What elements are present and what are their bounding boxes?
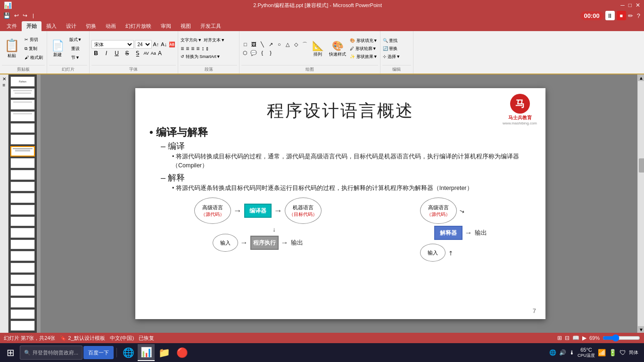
arrange-btn[interactable]: 📐 排列: [310, 39, 326, 59]
slide-thumb-17[interactable]: 17: [10, 263, 35, 273]
shape-arrow-btn[interactable]: ↗: [267, 41, 274, 48]
slide-thumb-16[interactable]: 16: [10, 251, 35, 261]
new-slide-btn[interactable]: 📄 新建: [49, 38, 66, 59]
close-btn[interactable]: ✕: [636, 2, 640, 8]
slide-thumb-20[interactable]: 20: [10, 297, 35, 308]
taskbar-ppt-btn[interactable]: 📊: [138, 344, 155, 361]
panel-nav-btn[interactable]: ≡: [3, 82, 6, 88]
select-btn[interactable]: ⊹ 选择▼: [382, 53, 411, 60]
convert-smartart-btn[interactable]: ↺ 转换为 SmartArt▼: [180, 53, 221, 60]
slide-thumb-8[interactable]: 8: [10, 158, 35, 168]
slideshow-view-btn[interactable]: ▶: [582, 335, 586, 341]
slide-thumb-11[interactable]: 11: [10, 193, 35, 203]
taskbar-app-btn[interactable]: 🔴: [173, 344, 190, 361]
reset-btn[interactable]: 重设: [67, 45, 84, 53]
slide-thumb-19[interactable]: 19: [10, 286, 35, 296]
columns-btn[interactable]: ⫾: [206, 45, 209, 52]
shape-line-btn[interactable]: ╲: [258, 41, 266, 48]
tab-file[interactable]: 文件: [2, 21, 22, 31]
font-color-btn[interactable]: A: [157, 49, 162, 57]
font-size-select[interactable]: 24: [135, 40, 152, 49]
close-panel-btn[interactable]: ✕: [2, 76, 6, 82]
shape-callout-btn[interactable]: 💬: [250, 49, 257, 57]
main-bullet[interactable]: • 编译与解释: [149, 125, 531, 140]
slide-main[interactable]: 马 马士兵教育 www.mashibing.com 程序设计语言概述 • 编译与…: [135, 88, 545, 319]
timer-pause-btn[interactable]: ⏸: [605, 11, 615, 20]
find-btn[interactable]: 🔍 查找: [382, 37, 411, 44]
tab-review[interactable]: 审阅: [156, 21, 176, 31]
shape-tri-btn[interactable]: △: [284, 41, 291, 48]
tab-design[interactable]: 设计: [61, 21, 81, 31]
shape-img-btn[interactable]: 🖼: [250, 41, 257, 48]
shape-curve-btn[interactable]: ⌒: [301, 41, 308, 48]
copy-btn[interactable]: ⧉ 复制: [23, 45, 45, 53]
slide-sorter-btn[interactable]: ⊟: [565, 335, 570, 341]
zoom-slider[interactable]: [603, 335, 640, 341]
bold-btn[interactable]: B: [91, 49, 101, 57]
clear-format-btn[interactable]: 🆎: [168, 41, 176, 48]
quick-styles-btn[interactable]: 🎨 快速样式: [327, 39, 348, 59]
save-qa-btn[interactable]: 💾: [2, 12, 12, 19]
shape-rect-btn[interactable]: □: [241, 41, 249, 48]
shape-star-btn[interactable]: ⬡: [241, 49, 249, 57]
format-painter-btn[interactable]: 🖌 格式刷: [23, 54, 45, 62]
slide-thumb-12[interactable]: 12: [10, 205, 35, 215]
slide-thumb-22[interactable]: 22: [10, 321, 35, 331]
timer-edit-btn[interactable]: ✏: [628, 12, 633, 19]
slide-thumb-6[interactable]: 6: [10, 134, 35, 145]
tab-transitions[interactable]: 切换: [81, 21, 101, 31]
slide-thumb-10[interactable]: 10: [10, 181, 35, 192]
baidu-btn[interactable]: 百度一下: [83, 346, 114, 359]
italic-btn[interactable]: I: [102, 49, 111, 57]
slide-thumb-2[interactable]: 2: [10, 88, 35, 99]
tab-dev[interactable]: 开发工具: [196, 21, 226, 31]
font-decrease-btn[interactable]: A↓: [160, 41, 167, 48]
cut-btn[interactable]: ✂ 剪切: [23, 36, 45, 44]
undo-qa-btn[interactable]: ↩: [13, 12, 20, 19]
paste-btn[interactable]: 📋 粘贴: [2, 37, 22, 60]
tab-slideshow[interactable]: 幻灯片放映: [121, 21, 156, 31]
normal-view-btn[interactable]: ⊞: [557, 335, 562, 341]
underline-btn[interactable]: U: [112, 49, 122, 57]
taskbar-browser-btn[interactable]: 🌐: [120, 344, 137, 361]
tab-insert[interactable]: 插入: [41, 21, 61, 31]
taskbar-folder-btn[interactable]: 📁: [156, 344, 173, 361]
reading-view-btn[interactable]: 📖: [572, 335, 579, 341]
minimize-btn[interactable]: ─: [620, 2, 625, 8]
slide-thumb-7[interactable]: 7: [10, 146, 35, 156]
timer-stop-btn[interactable]: ■: [617, 11, 626, 20]
justify-btn[interactable]: ≡: [196, 45, 200, 52]
right-scrollbar[interactable]: ▲ ▼: [637, 74, 644, 333]
strikethrough-btn[interactable]: S: [123, 49, 132, 57]
layout-btn[interactable]: 版式▼: [67, 36, 84, 44]
tab-home[interactable]: 开始: [22, 21, 41, 31]
char-spacing-btn[interactable]: AV: [143, 50, 149, 56]
section-interpret-heading[interactable]: – 解释: [161, 172, 531, 183]
shape-bracket-btn[interactable]: {: [258, 49, 266, 57]
shape-oval-btn[interactable]: ○: [275, 41, 283, 48]
search-btn[interactable]: 🔍 拜登普特朗普政府...: [20, 346, 83, 360]
change-case-btn[interactable]: Aa: [150, 50, 157, 56]
shape-fill-btn[interactable]: 🎨 形状填充▼: [349, 37, 378, 44]
align-left-btn[interactable]: ≡: [180, 45, 184, 52]
section-compile-heading[interactable]: – 编译: [161, 140, 531, 152]
align-center-btn[interactable]: ≡: [185, 45, 190, 52]
slide-thumb-21[interactable]: 21: [10, 309, 35, 320]
start-btn[interactable]: ⊞: [2, 344, 19, 361]
slide-thumb-13[interactable]: 13: [10, 216, 35, 227]
line-spacing-btn[interactable]: ↕: [201, 45, 205, 52]
language-status[interactable]: 中文(中国): [110, 335, 134, 342]
help-icon[interactable]: ?: [637, 12, 640, 19]
slide-thumb-5[interactable]: 5: [10, 123, 35, 133]
maximize-btn[interactable]: □: [628, 2, 632, 8]
slide-thumb-18[interactable]: 18: [10, 274, 35, 285]
font-increase-btn[interactable]: A↑: [153, 41, 160, 48]
slide-thumb-14[interactable]: 14: [10, 228, 35, 238]
shape-effect-btn[interactable]: ✨ 形状效果▼: [349, 53, 378, 60]
replace-btn[interactable]: 🔄 替换: [382, 45, 411, 52]
slide-thumb-9[interactable]: 9: [10, 170, 35, 180]
shape-outline-btn[interactable]: 🖊 形状轮廓▼: [349, 45, 378, 52]
slide-title[interactable]: 程序设计语言概述: [135, 88, 545, 123]
shape-para-btn[interactable]: ◇: [292, 41, 300, 48]
text-direction-btn[interactable]: 文字方向▼: [180, 37, 202, 44]
